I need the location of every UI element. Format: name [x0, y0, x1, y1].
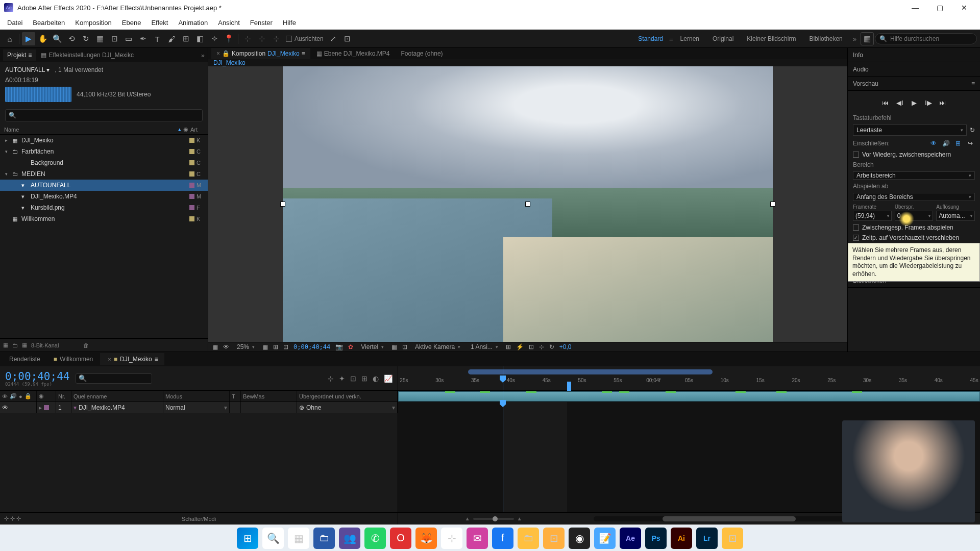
- effect-controls-tab[interactable]: ▦ Effekteinstellungen DJI_Mexikc: [37, 49, 138, 61]
- skip-select[interactable]: 0: [895, 211, 934, 221]
- layer-handle-right[interactable]: [770, 202, 775, 207]
- layer-handle-left[interactable]: [280, 202, 285, 207]
- transparent-icon[interactable]: ▦: [391, 343, 397, 350]
- taskbar-whatsapp[interactable]: ✆: [364, 528, 386, 549]
- mode-col[interactable]: Modus: [163, 391, 230, 402]
- taskbar-ps[interactable]: Ps: [645, 528, 667, 549]
- bpc-label[interactable]: 8-Bit-Kanal: [31, 342, 59, 348]
- workspace-original[interactable]: Original: [706, 35, 740, 42]
- project-item[interactable]: BackgroundC: [0, 157, 208, 168]
- camera-tool[interactable]: ▦: [93, 32, 107, 45]
- hide-shy-icon[interactable]: ⊡: [350, 374, 356, 383]
- project-item[interactable]: ▾AUTOUNFALLM: [0, 180, 208, 191]
- project-tab[interactable]: Projekt ≡: [3, 49, 36, 61]
- framerate-select[interactable]: (59,94): [853, 211, 892, 221]
- video-col-icon[interactable]: 👁: [2, 393, 8, 399]
- guide-icon[interactable]: ⊞: [273, 343, 278, 350]
- playhead[interactable]: [503, 366, 503, 390]
- next-frame-button[interactable]: Ⅰ▶: [923, 97, 934, 108]
- pickwhip-icon[interactable]: ⊚: [299, 404, 304, 411]
- reset-exp-icon[interactable]: ↻: [549, 343, 554, 350]
- taskbar-app3[interactable]: ⊡: [722, 528, 743, 549]
- eraser-tool[interactable]: ◧: [193, 32, 207, 45]
- cache-before-checkbox[interactable]: Vor Wiederg. zwischenspeichern: [853, 151, 975, 158]
- taskbar-search[interactable]: 🔍: [262, 528, 284, 549]
- taskbar-messenger[interactable]: ✉: [467, 528, 488, 549]
- comp-new-icon[interactable]: ▦: [22, 342, 27, 348]
- project-item[interactable]: ▾🗀FarbflächenC: [0, 146, 208, 157]
- project-item[interactable]: ▦WillkommenK: [0, 213, 208, 224]
- snap-opt-icon[interactable]: ⊡: [341, 32, 354, 45]
- time-ruler[interactable]: 25s30s35s40s45s50s55s00;04f05s10s15s20s2…: [398, 366, 980, 391]
- loop-icon[interactable]: ↪: [966, 139, 975, 148]
- menu-effekt[interactable]: Effekt: [146, 17, 173, 29]
- resolution-select[interactable]: Automa...: [936, 211, 975, 221]
- help-search[interactable]: 🔍 Hilfe durchsuchen: [875, 33, 977, 44]
- project-item[interactable]: ▸▦DJI_MexikoK: [0, 135, 208, 146]
- world-axis-icon[interactable]: ⊹: [255, 32, 268, 45]
- in-point-marker[interactable]: [567, 382, 571, 391]
- zoom-dropdown[interactable]: 25%: [234, 342, 257, 352]
- trkmat-col[interactable]: BewMas: [241, 391, 297, 402]
- layer-parent-select[interactable]: Ohne: [306, 404, 321, 411]
- menu-animation[interactable]: Animation: [173, 17, 213, 29]
- snap-icon[interactable]: ⤢: [327, 32, 340, 45]
- timeline-icon[interactable]: ⊡: [529, 343, 534, 350]
- snap-checkbox[interactable]: Ausrichten: [286, 35, 324, 42]
- footage-tab[interactable]: Footage (ohne): [396, 48, 448, 59]
- solo-col-icon[interactable]: ●: [19, 393, 22, 399]
- menu-ansicht[interactable]: Ansicht: [213, 17, 245, 29]
- taskbar-folder[interactable]: 🗀: [518, 528, 539, 549]
- timeline-timecode[interactable]: 0;00;40;44: [5, 370, 69, 383]
- project-col-art[interactable]: Art: [190, 127, 204, 133]
- taskbar-obs[interactable]: ◉: [569, 528, 590, 549]
- workspace-standard[interactable]: Standard: [633, 35, 668, 42]
- clone-tool[interactable]: ⊞: [179, 32, 192, 45]
- 3d-icon[interactable]: ⊡: [402, 343, 407, 350]
- hand-tool[interactable]: ✋: [36, 32, 50, 45]
- timeline-search[interactable]: 🔍: [76, 373, 152, 384]
- project-tree[interactable]: ▸▦DJI_MexikoK▾🗀FarbflächenCBackgroundC▾🗀…: [0, 135, 208, 338]
- timecode-display[interactable]: 0;00;40;44: [293, 343, 330, 350]
- comp-breadcrumb[interactable]: DJI_Mexiko: [208, 59, 847, 66]
- timeline-layer-1[interactable]: 👁 ▸ 1 ▾DJI_Mexiko.MP4 Normal ▾ ⊚Ohne ▾: [0, 402, 398, 413]
- include-audio-icon[interactable]: 🔊: [941, 139, 950, 148]
- snapshot-icon[interactable]: 📷: [335, 343, 343, 350]
- brush-tool[interactable]: 🖌: [165, 32, 178, 45]
- taskbar-teams[interactable]: 👥: [339, 528, 360, 549]
- toggle-switches-icon[interactable]: ⊹ ⊹ ⊹: [4, 515, 21, 522]
- taskbar-lr[interactable]: Lr: [696, 528, 718, 549]
- bin-icon[interactable]: 🗀: [12, 342, 18, 348]
- home-tool[interactable]: ⌂: [3, 32, 16, 45]
- source-col[interactable]: Quellenname: [71, 391, 163, 402]
- roi-icon[interactable]: ⊡: [283, 343, 288, 350]
- lock-col-icon[interactable]: 🔒: [24, 393, 32, 399]
- menu-fenster[interactable]: Fenster: [245, 17, 278, 29]
- menu-bearbeiten[interactable]: Bearbeiten: [28, 17, 70, 29]
- type-tool[interactable]: T: [151, 32, 164, 45]
- cached-frames-checkbox[interactable]: Zwischengesp. Frames abspielen: [853, 224, 975, 231]
- layer-anchor[interactable]: [525, 202, 530, 207]
- range-select[interactable]: Arbeitsbereich: [853, 171, 975, 180]
- project-item[interactable]: ▾Kursbild.pngF: [0, 202, 208, 213]
- draft3d-icon[interactable]: ✦: [339, 374, 345, 383]
- mask-icon[interactable]: 👁: [223, 343, 229, 350]
- taskbar-ai[interactable]: Ai: [671, 528, 692, 549]
- audio-col-icon[interactable]: 🔊: [10, 393, 17, 399]
- exposure-value[interactable]: +0,0: [559, 343, 572, 350]
- pixel-icon[interactable]: ⊞: [506, 343, 511, 350]
- comp-tab[interactable]: × 🔒 Komposition DJI_Mexiko ≡: [211, 48, 310, 59]
- graph-editor-icon[interactable]: 📈: [384, 374, 393, 383]
- play-button[interactable]: ▶: [909, 97, 920, 108]
- menu-ebene[interactable]: Ebene: [117, 17, 146, 29]
- taskbar-app1[interactable]: ⊹: [441, 528, 462, 549]
- shape-tool[interactable]: ▭: [122, 32, 135, 45]
- last-frame-button[interactable]: ⏭: [937, 97, 948, 108]
- channel-icon[interactable]: ✿: [348, 343, 353, 350]
- taskbar-explorer[interactable]: 🗀: [313, 528, 335, 549]
- resolution-dropdown[interactable]: Viertel: [358, 342, 386, 352]
- interpret-icon[interactable]: ▦: [3, 342, 8, 348]
- taskbar-taskview[interactable]: ▦: [288, 528, 309, 549]
- maximize-button[interactable]: ▢: [928, 0, 951, 15]
- project-search[interactable]: 🔍: [5, 109, 203, 121]
